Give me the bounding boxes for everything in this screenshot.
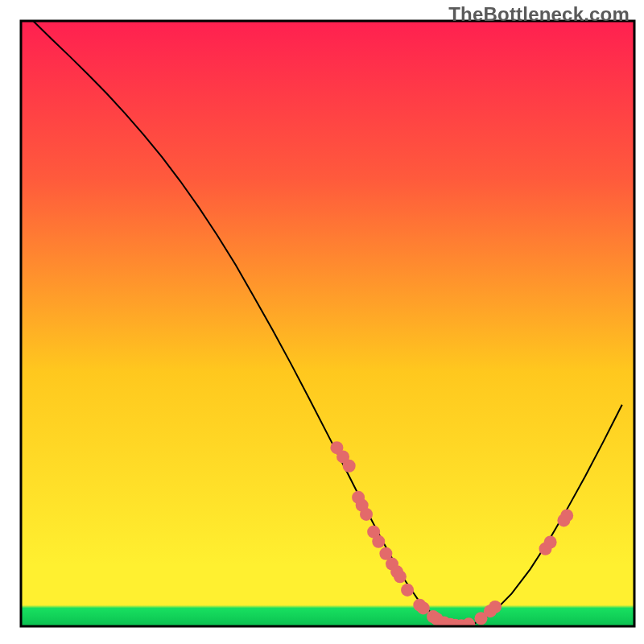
data-marker — [417, 601, 430, 614]
data-marker — [489, 601, 502, 613]
data-marker — [544, 535, 557, 548]
data-marker — [401, 584, 414, 597]
bottleneck-chart — [0, 0, 644, 644]
gradient-background — [21, 21, 634, 626]
chart-container: TheBottleneck.com — [0, 0, 644, 644]
data-marker — [343, 460, 356, 473]
data-marker — [360, 508, 373, 521]
data-marker — [560, 509, 573, 522]
data-marker — [462, 617, 475, 630]
data-marker — [372, 535, 385, 548]
watermark-text: TheBottleneck.com — [448, 3, 630, 26]
data-marker — [394, 570, 407, 583]
